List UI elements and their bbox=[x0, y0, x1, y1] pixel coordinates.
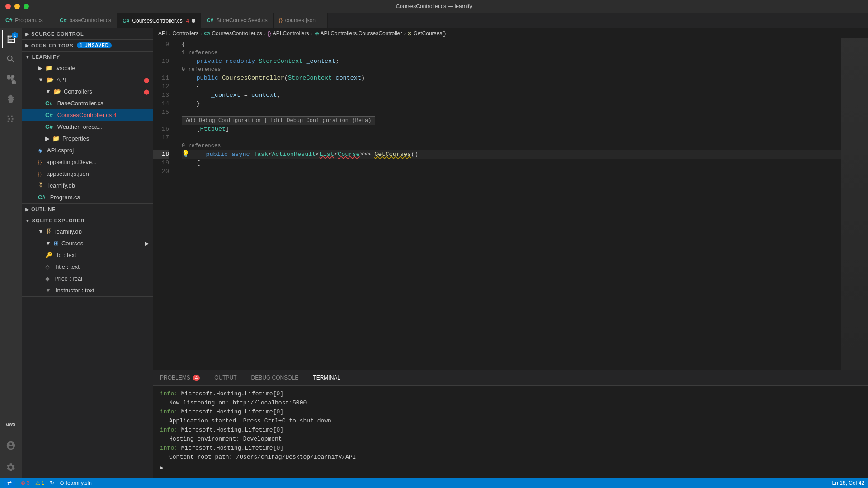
line-num-17: 17 bbox=[153, 133, 169, 142]
problems-label: PROBLEMS bbox=[160, 375, 190, 381]
open-editors-header[interactable]: ▶ OPEN EDITORS 1 UNSAVED bbox=[22, 40, 153, 51]
close-button[interactable] bbox=[5, 4, 11, 9]
tree-item-courses-table[interactable]: ▼ ⊞ Courses ▶ bbox=[22, 238, 153, 249]
terminal-label: TERMINAL bbox=[313, 375, 340, 381]
tree-item-program-cs[interactable]: C# Program.cs bbox=[22, 192, 153, 203]
tree-item-weatherforecast[interactable]: C# WeatherForeca... bbox=[22, 121, 153, 133]
explorer-header[interactable]: ▼ LEARNIFY bbox=[22, 52, 153, 62]
sqlite-db-icon: 🗄 bbox=[47, 227, 52, 237]
activity-extensions[interactable] bbox=[2, 110, 20, 128]
svg-point-6 bbox=[12, 75, 14, 78]
status-remote[interactable]: ⇄ bbox=[4, 478, 15, 488]
tab-basecontroller[interactable]: C# baseController.cs bbox=[54, 13, 117, 28]
line-num-18: 18 bbox=[153, 150, 169, 159]
breadcrumb-ns[interactable]: {} API.Controllers bbox=[268, 30, 309, 37]
hint-0-references-2[interactable]: 0 references bbox=[182, 142, 841, 150]
activity-search[interactable] bbox=[2, 50, 20, 68]
hint-0-references-1[interactable]: 0 references bbox=[182, 66, 841, 74]
terminal-prompt[interactable]: ▶ bbox=[160, 464, 861, 473]
open-editors-section: ▶ OPEN EDITORS 1 UNSAVED bbox=[22, 40, 153, 52]
source-control-header[interactable]: ▶ SOURCE CONTROL bbox=[22, 28, 153, 39]
tab-program[interactable]: C# Program.cs bbox=[0, 13, 54, 28]
line-num-20: 20 bbox=[153, 167, 169, 176]
tree-item-vscode[interactable]: ▶ 📁 .vscode bbox=[22, 62, 153, 74]
cs-icon: C# bbox=[60, 17, 66, 23]
tree-item-appsettings[interactable]: {} appsettings.json bbox=[22, 168, 153, 180]
branch-label: learnify.sln bbox=[66, 480, 91, 486]
status-branch[interactable]: ⊙ learnify.sln bbox=[60, 480, 91, 486]
status-sync[interactable]: ↻ bbox=[50, 480, 54, 486]
activity-remote[interactable]: aws bbox=[2, 415, 20, 433]
tab-coursescontroller[interactable]: C# CoursesController.cs 4 bbox=[117, 13, 201, 28]
tree-item-sqlite-db[interactable]: ▼ 🗄 learnify.db bbox=[22, 226, 153, 238]
line-num-12: 12 bbox=[153, 82, 169, 91]
breadcrumb-method[interactable]: ⊘ GetCourses() bbox=[407, 30, 446, 37]
chevron-down-icon: ▼ bbox=[45, 87, 51, 97]
debug-config-hint[interactable]: Add Debug Configuration | Edit Debug Con… bbox=[182, 117, 841, 125]
breadcrumb-controllers[interactable]: Controllers bbox=[172, 30, 198, 37]
activity-bar: 1 aws bbox=[0, 28, 22, 478]
tab-output[interactable]: OUTPUT bbox=[207, 370, 244, 385]
tree-item-instructor-field[interactable]: ▼ Instructor : text bbox=[22, 285, 153, 296]
play-button[interactable]: ▶ bbox=[145, 239, 149, 249]
tree-item-controllers[interactable]: ▼ 📂 Controllers ⬤ bbox=[22, 86, 153, 98]
tree-item-id-field[interactable]: 🔑 Id : text bbox=[22, 249, 153, 261]
terminal-line-8: Content root path: /Users/chirag/Desktop… bbox=[160, 453, 861, 462]
line-num-11: 11 bbox=[153, 74, 169, 82]
activity-settings[interactable] bbox=[2, 458, 20, 476]
tree-item-learnifydb[interactable]: 🗄 learnify.db bbox=[22, 180, 153, 192]
json-file-icon: {} bbox=[38, 157, 42, 167]
window-controls[interactable] bbox=[5, 4, 29, 9]
tab-storecontextseed[interactable]: C# StoreContextSeed.cs bbox=[201, 13, 274, 28]
lightbulb-icon[interactable]: 💡 bbox=[182, 150, 189, 159]
tree-item-basecontroller[interactable]: C# BaseController.cs bbox=[22, 98, 153, 109]
activity-scm[interactable] bbox=[2, 70, 20, 88]
breadcrumb-sep: › bbox=[200, 30, 202, 37]
status-errors[interactable]: ⊗ 3 bbox=[21, 480, 30, 486]
tab-terminal[interactable]: TERMINAL bbox=[306, 370, 348, 385]
outline-label: OUTLINE bbox=[31, 206, 56, 212]
json-file-icon: {} bbox=[38, 169, 42, 179]
sqlite-db-label: learnify.db bbox=[55, 227, 82, 237]
code-lines[interactable]: { 1 reference private readonly bbox=[176, 38, 841, 370]
activity-debug[interactable] bbox=[2, 90, 20, 108]
outline-header[interactable]: ▶ OUTLINE bbox=[22, 204, 153, 215]
tab-problems[interactable]: PROBLEMS 4 bbox=[153, 370, 207, 385]
sqlite-explorer-header[interactable]: ▼ SQLITE EXPLORER bbox=[22, 215, 153, 226]
table-icon: ⊞ bbox=[54, 239, 59, 249]
tab-debug-console[interactable]: DEBUG CONSOLE bbox=[244, 370, 306, 385]
activity-account[interactable] bbox=[2, 436, 20, 455]
hint-1-reference[interactable]: 1 reference bbox=[182, 49, 841, 57]
folder-open-icon: 📂 bbox=[54, 87, 61, 97]
terminal-content[interactable]: info: Microsoft.Hosting.Lifetime[0] Now … bbox=[153, 386, 868, 478]
tab-courses-json[interactable]: {} courses.json bbox=[274, 13, 328, 28]
line-num-14: 14 bbox=[153, 99, 169, 108]
error-icon: ⊗ bbox=[21, 480, 25, 486]
status-warnings[interactable]: ⚠ 1 bbox=[35, 480, 45, 486]
tree-item-coursescontroller[interactable]: C# CoursesController.cs 4 bbox=[22, 109, 153, 121]
chevron-down-icon: ▶ bbox=[25, 43, 29, 48]
cs-icon: C# bbox=[123, 18, 129, 24]
breadcrumb-cs-icon[interactable]: C# CoursesController.cs bbox=[204, 30, 262, 37]
hint-spacer bbox=[153, 49, 169, 57]
folder-icon: 📁 bbox=[45, 63, 52, 73]
maximize-button[interactable] bbox=[24, 4, 29, 9]
tree-item-price-field[interactable]: ◆ Price : real bbox=[22, 273, 153, 285]
tree-item-title-field[interactable]: ◇ Title : text bbox=[22, 261, 153, 273]
activity-explorer[interactable]: 1 bbox=[2, 30, 20, 48]
status-position[interactable]: Ln 18, Col 42 bbox=[832, 480, 864, 486]
tree-item-api[interactable]: ▼ 📂 API ⬤ bbox=[22, 74, 153, 86]
chevron-right-icon: ▶ bbox=[38, 63, 42, 73]
open-editors-badge: 1 UNSAVED bbox=[77, 42, 111, 48]
editor-main[interactable]: 9 10 11 12 13 14 15 16 17 18 bbox=[153, 38, 868, 370]
breadcrumb-api[interactable]: API bbox=[158, 30, 167, 37]
chevron-down-icon: ▼ bbox=[25, 218, 30, 223]
tab-program-label: Program.cs bbox=[15, 17, 42, 23]
minimize-button[interactable] bbox=[14, 4, 20, 9]
breadcrumb-sep: › bbox=[169, 30, 170, 37]
tree-item-apicsproj[interactable]: ◈ API.csproj bbox=[22, 145, 153, 156]
breadcrumb-class[interactable]: ⊕ API.Controllers.CoursesController bbox=[315, 30, 402, 37]
tree-item-properties[interactable]: ▶ 📁 Properties bbox=[22, 133, 153, 145]
svg-rect-1 bbox=[8, 36, 9, 43]
tree-item-appsettings-dev[interactable]: {} appsettings.Deve... bbox=[22, 156, 153, 168]
